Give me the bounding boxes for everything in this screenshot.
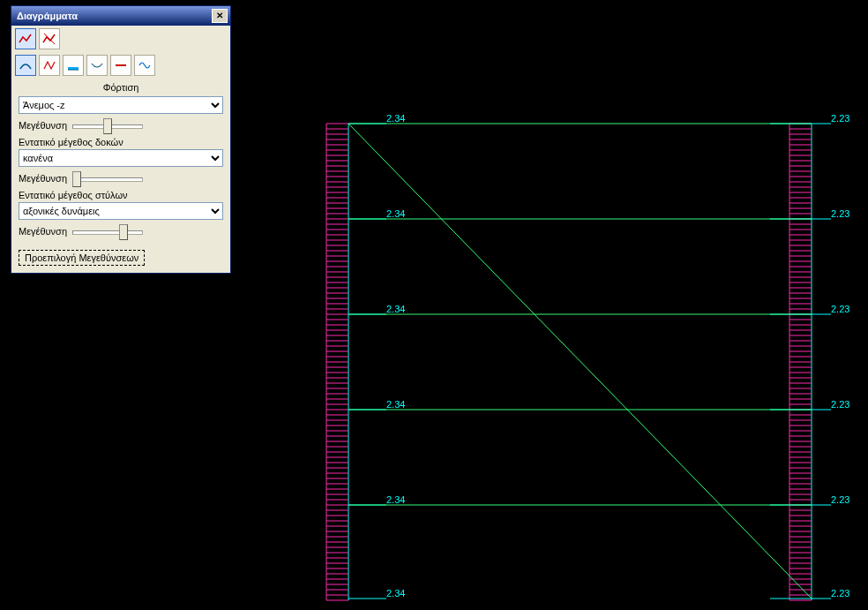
preset-magnifications-button[interactable]: Προεπιλογή Μεγεθύνσεων	[19, 250, 145, 266]
magnify-3-slider[interactable]	[72, 223, 143, 239]
value-right-0: 2.23	[831, 113, 849, 124]
diagram-mode-1-button[interactable]	[15, 28, 36, 49]
diagram-mode-2-button[interactable]	[39, 28, 60, 49]
value-right-1: 2.23	[831, 208, 849, 219]
value-right-5: 2.23	[831, 588, 849, 599]
load-combo[interactable]: Άνεμος -z	[19, 96, 223, 114]
value-left-1: 2.34	[386, 208, 405, 219]
magnify-3-thumb[interactable]	[119, 224, 128, 240]
svg-line-203	[348, 124, 812, 599]
magnify-1-thumb[interactable]	[103, 118, 112, 134]
magnify-3-label: Μεγέθυνση	[19, 226, 67, 237]
value-left-4: 2.34	[386, 494, 405, 505]
magnify-2-thumb[interactable]	[72, 171, 81, 187]
load-section: Φόρτιση Άνεμος -z Μεγέθυνση Εντατικό μέγ…	[11, 79, 230, 245]
axial-diagram-button[interactable]	[63, 55, 84, 76]
value-right-4: 2.23	[831, 494, 849, 505]
value-left-2: 2.34	[386, 304, 405, 314]
toolbar-row-1	[11, 26, 230, 52]
value-right-2: 2.23	[831, 304, 849, 314]
value-right-3: 2.23	[831, 399, 849, 410]
moment-diagram-button[interactable]	[15, 55, 36, 76]
reactions-button[interactable]	[110, 55, 131, 76]
magnify-1-slider[interactable]	[72, 117, 143, 133]
envelope-button[interactable]	[134, 55, 155, 76]
magnify-2-label: Μεγέθυνση	[19, 173, 67, 184]
beams-label: Εντατικό μέγεθος δοκών	[19, 137, 223, 147]
load-section-title: Φόρτιση	[19, 82, 223, 93]
value-left-5: 2.34	[386, 588, 405, 599]
dialog-titlebar[interactable]: Διαγράμματα ✕	[11, 6, 230, 26]
value-left-3: 2.34	[386, 399, 405, 410]
magnify-1-label: Μεγέθυνση	[19, 120, 67, 131]
value-left-0: 2.34	[386, 113, 405, 124]
magnify-2-slider[interactable]	[72, 170, 143, 186]
columns-combo[interactable]: αξονικές δυνάμεις	[19, 202, 223, 220]
deflection-button[interactable]	[86, 55, 108, 76]
shear-diagram-button[interactable]	[39, 55, 60, 76]
toolbar-row-2	[11, 52, 230, 79]
beams-combo[interactable]: κανένα	[19, 149, 223, 167]
diagrams-dialog: Διαγράμματα ✕ Φόρτιση Άν	[11, 5, 231, 274]
dialog-title: Διαγράμματα	[17, 11, 78, 21]
close-button[interactable]: ✕	[212, 9, 228, 23]
columns-label: Εντατικό μέγεθος στύλων	[19, 190, 223, 200]
